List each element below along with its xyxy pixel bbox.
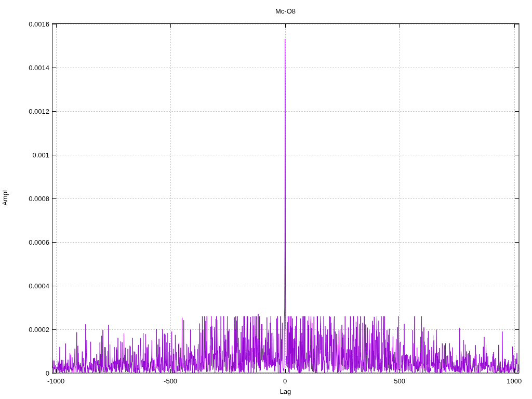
y-tick-label: 0.0002 [0,326,49,334]
y-tick-label: 0 [0,369,49,377]
chart-title: Mc-O8 [52,7,519,15]
x-tick-label: 500 [381,377,418,385]
x-tick-label: 1000 [496,377,532,385]
y-tick-label: 0.0006 [0,238,49,246]
x-tick-label: 0 [267,377,303,385]
x-tick-label: -1000 [38,377,74,385]
x-axis-label: Lag [52,388,519,395]
y-tick-label: 0.0016 [0,20,49,28]
y-tick-label: 0.001 [0,151,49,159]
x-tick-label: -500 [152,377,189,385]
chart-canvas [0,0,532,399]
y-tick-label: 0.0004 [0,282,49,290]
y-tick-label: 0.0012 [0,108,49,115]
y-tick-label: 0.0008 [0,195,49,203]
chart: Mc-O8 Lag Ampl -1000-50005001000 00.0002… [0,0,532,399]
y-tick-label: 0.0014 [0,64,49,72]
